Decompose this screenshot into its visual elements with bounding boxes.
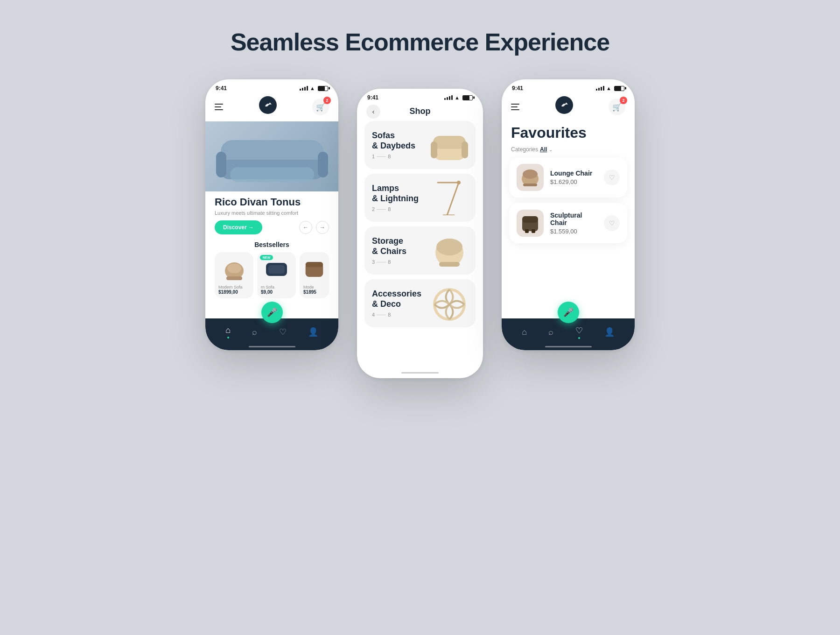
- category-accessories[interactable]: Accessories& Deco 4 8: [364, 279, 476, 327]
- nav-dot-right: [578, 337, 580, 339]
- nav-user-left[interactable]: 👤: [308, 327, 318, 337]
- heart-icon-left: ♡: [279, 327, 287, 337]
- product-card-2[interactable]: NEW rn Sofa $9,00: [257, 252, 296, 298]
- fav-product-info-1: Lounge Chair $1.629,00: [550, 169, 597, 185]
- search-icon-right: ⌕: [548, 327, 553, 337]
- category-accessories-count: 4 8: [372, 312, 431, 318]
- nav-home-right[interactable]: ⌂: [522, 327, 527, 337]
- cart-button-left[interactable]: 🛒 2: [312, 99, 329, 115]
- back-button[interactable]: ‹: [366, 105, 380, 119]
- category-sofas[interactable]: Sofas& Daybeds 1 8: [364, 121, 476, 169]
- favourites-header: Favourites: [502, 121, 635, 144]
- mic-icon-left: 🎤: [267, 307, 277, 318]
- nav-search-right[interactable]: ⌕: [548, 327, 553, 337]
- product-image-3: [303, 256, 325, 283]
- category-sofas-count: 1 8: [372, 154, 431, 159]
- fav-product-info-2: Sculptural Chair $1.559,00: [550, 212, 597, 235]
- category-storage-count: 3 8: [372, 259, 431, 265]
- hero-image: [205, 121, 338, 191]
- category-lamps-name: Lamps& Lightning: [372, 183, 431, 204]
- brand-logo-right: MEGAN: [555, 96, 573, 118]
- scroll-indicator-center: [401, 372, 439, 374]
- user-icon-right: 👤: [604, 327, 615, 337]
- status-bar-left: 9:41 ▲: [205, 79, 338, 94]
- prev-arrow[interactable]: ←: [299, 221, 312, 234]
- hero-actions: Discover → ← →: [215, 220, 329, 234]
- svg-rect-11: [268, 265, 285, 274]
- category-storage-text: Storage& Chairs 3 8: [372, 236, 431, 265]
- user-icon-left: 👤: [308, 327, 318, 337]
- category-storage[interactable]: Storage& Chairs 3 8: [364, 226, 476, 275]
- mic-icon-right: 🎤: [563, 307, 574, 318]
- bestsellers-title: Bestsellers: [215, 241, 329, 248]
- nav-arrows: ← →: [299, 221, 329, 234]
- sofa-hero-image: [216, 126, 328, 187]
- mic-fab-right[interactable]: 🎤: [558, 302, 579, 323]
- nav-bar-left: MEGAN 🛒 2: [205, 94, 338, 121]
- fav-product-name-1: Lounge Chair: [550, 169, 597, 177]
- fav-product-name-2: Sculptural Chair: [550, 212, 597, 226]
- next-arrow[interactable]: →: [316, 221, 329, 234]
- phone-left: 9:41 ▲: [205, 79, 338, 350]
- fav-card-2[interactable]: Sculptural Chair $1.559,00 ♡: [509, 203, 627, 243]
- battery-center: [462, 95, 473, 100]
- filter-chevron-icon: ⌄: [549, 147, 553, 152]
- fav-card-1[interactable]: Lounge Chair $1.629,00 ♡: [509, 157, 627, 198]
- product-card-1[interactable]: Modern Sofa $1899,00: [215, 252, 253, 298]
- time-left: 9:41: [216, 85, 227, 92]
- menu-icon[interactable]: [215, 104, 223, 110]
- category-lamps[interactable]: Lamps& Lightning 2 8: [364, 174, 476, 222]
- nav-home-left[interactable]: ⌂: [225, 325, 231, 339]
- mic-fab-left[interactable]: 🎤: [261, 302, 283, 323]
- filter-all[interactable]: All: [540, 146, 547, 153]
- brand-logo-left: MEGAN: [259, 96, 277, 118]
- signal-center: [444, 95, 453, 100]
- signal-left: [300, 86, 308, 91]
- fav-heart-2[interactable]: ♡: [604, 215, 620, 231]
- svg-rect-24: [439, 262, 460, 267]
- new-badge: NEW: [260, 255, 273, 260]
- svg-point-23: [436, 239, 462, 255]
- svg-rect-30: [523, 183, 537, 186]
- category-lamps-image: [431, 180, 468, 215]
- signal-right: [596, 86, 604, 91]
- category-lamps-text: Lamps& Lightning 2 8: [372, 183, 431, 212]
- category-storage-name: Storage& Chairs: [372, 236, 431, 256]
- wifi-right: ▲: [606, 85, 611, 91]
- products-row: Modern Sofa $1899,00 NEW rn Sofa $9,00: [215, 252, 329, 298]
- cart-badge-right: 2: [620, 97, 627, 104]
- nav-user-right[interactable]: 👤: [604, 327, 615, 337]
- hero-subtitle: Luxury meets ultimate sitting comfort: [215, 210, 329, 216]
- categories-filter: Categories All ⌄: [502, 146, 635, 157]
- battery-right: [614, 86, 624, 91]
- fav-product-img-1: [517, 164, 544, 191]
- favourites-title: Favourites: [511, 124, 625, 141]
- nav-dot-left: [227, 337, 229, 339]
- svg-rect-4: [216, 152, 226, 177]
- cart-button-right[interactable]: 🛒 2: [609, 99, 625, 115]
- heart-icon-right: ♡: [575, 325, 583, 336]
- wifi-center: ▲: [455, 95, 460, 100]
- status-bar-center: 9:41 ▲: [357, 89, 483, 104]
- time-center: 9:41: [367, 94, 378, 101]
- bottom-nav-left: ⌂ ⌕ ♡ 👤: [205, 318, 338, 350]
- svg-point-20: [457, 181, 461, 184]
- nav-heart-left[interactable]: ♡: [279, 327, 287, 337]
- menu-icon-right[interactable]: [511, 104, 519, 110]
- fav-heart-1[interactable]: ♡: [604, 169, 620, 185]
- search-icon-left: ⌕: [252, 327, 257, 337]
- category-accessories-text: Accessories& Deco 4 8: [372, 289, 431, 318]
- svg-rect-13: [306, 262, 323, 267]
- fav-product-price-2: $1.559,00: [550, 228, 597, 235]
- fav-items: Lounge Chair $1.629,00 ♡ Sculptural Chai: [502, 157, 635, 243]
- phone-right: 9:41 ▲: [502, 79, 635, 350]
- svg-point-29: [523, 169, 538, 179]
- product-card-3[interactable]: Mode $1895: [300, 252, 329, 298]
- nav-search-left[interactable]: ⌕: [252, 327, 257, 337]
- nav-heart-right[interactable]: ♡: [575, 325, 583, 339]
- nav-bar-right: MEGAN 🛒 2: [502, 94, 635, 121]
- time-right: 9:41: [512, 85, 523, 92]
- fav-product-price-1: $1.629,00: [550, 178, 597, 185]
- brand-name-left: MEGAN: [260, 114, 275, 118]
- discover-button[interactable]: Discover →: [215, 220, 262, 234]
